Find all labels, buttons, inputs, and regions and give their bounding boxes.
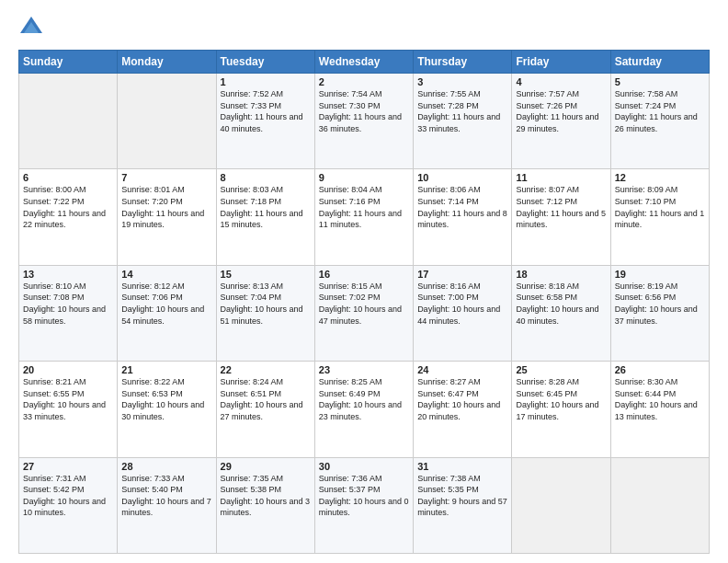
calendar-cell: 2Sunrise: 7:54 AMSunset: 7:30 PMDaylight… — [314, 74, 413, 169]
day-number: 7 — [121, 172, 211, 183]
day-number: 4 — [516, 76, 606, 87]
day-number: 15 — [221, 269, 311, 280]
day-info: Sunrise: 8:09 AMSunset: 7:10 PMDaylight:… — [615, 184, 705, 230]
day-number: 29 — [221, 461, 311, 472]
day-number: 26 — [615, 364, 705, 375]
calendar-cell: 5Sunrise: 7:58 AMSunset: 7:24 PMDaylight… — [610, 74, 709, 169]
day-info: Sunrise: 8:30 AMSunset: 6:44 PMDaylight:… — [615, 376, 705, 422]
day-number: 3 — [417, 76, 507, 87]
calendar-cell: 3Sunrise: 7:55 AMSunset: 7:28 PMDaylight… — [414, 74, 512, 169]
day-number: 14 — [121, 269, 211, 280]
calendar-cell: 23Sunrise: 8:25 AMSunset: 6:49 PMDayligh… — [314, 362, 413, 457]
calendar-cell: 6Sunrise: 8:00 AMSunset: 7:22 PMDaylight… — [19, 169, 118, 265]
calendar-cell: 22Sunrise: 8:24 AMSunset: 6:51 PMDayligh… — [216, 362, 314, 457]
calendar-cell: 21Sunrise: 8:22 AMSunset: 6:53 PMDayligh… — [118, 362, 216, 457]
day-number: 9 — [319, 172, 409, 183]
calendar-cell — [118, 74, 216, 169]
calendar-cell: 20Sunrise: 8:21 AMSunset: 6:55 PMDayligh… — [19, 362, 118, 457]
day-number: 18 — [516, 269, 606, 280]
day-number: 20 — [23, 364, 113, 375]
day-info: Sunrise: 7:36 AMSunset: 5:37 PMDaylight:… — [319, 473, 409, 519]
calendar-cell: 17Sunrise: 8:16 AMSunset: 7:00 PMDayligh… — [414, 265, 512, 361]
day-info: Sunrise: 8:01 AMSunset: 7:20 PMDaylight:… — [121, 184, 211, 230]
day-info: Sunrise: 7:57 AMSunset: 7:26 PMDaylight:… — [516, 88, 606, 134]
calendar-cell: 26Sunrise: 8:30 AMSunset: 6:44 PMDayligh… — [610, 362, 709, 457]
calendar-cell: 13Sunrise: 8:10 AMSunset: 7:08 PMDayligh… — [19, 265, 118, 361]
day-info: Sunrise: 8:07 AMSunset: 7:12 PMDaylight:… — [516, 184, 606, 230]
day-number: 13 — [23, 269, 113, 280]
weekday-header-thursday: Thursday — [414, 51, 512, 74]
calendar-cell — [512, 457, 610, 553]
calendar-cell: 12Sunrise: 8:09 AMSunset: 7:10 PMDayligh… — [610, 169, 709, 265]
day-number: 19 — [615, 269, 705, 280]
day-info: Sunrise: 8:00 AMSunset: 7:22 PMDaylight:… — [23, 184, 113, 230]
day-number: 11 — [516, 172, 606, 183]
weekday-header-sunday: Sunday — [19, 51, 118, 74]
calendar-week-3: 13Sunrise: 8:10 AMSunset: 7:08 PMDayligh… — [19, 265, 710, 361]
calendar-cell: 10Sunrise: 8:06 AMSunset: 7:14 PMDayligh… — [414, 169, 512, 265]
calendar-cell: 18Sunrise: 8:18 AMSunset: 6:58 PMDayligh… — [512, 265, 610, 361]
weekday-header-row: SundayMondayTuesdayWednesdayThursdayFrid… — [19, 51, 710, 74]
day-number: 31 — [417, 461, 507, 472]
calendar-cell: 15Sunrise: 8:13 AMSunset: 7:04 PMDayligh… — [216, 265, 314, 361]
calendar-cell: 9Sunrise: 8:04 AMSunset: 7:16 PMDaylight… — [314, 169, 413, 265]
day-info: Sunrise: 7:58 AMSunset: 7:24 PMDaylight:… — [615, 88, 705, 134]
day-info: Sunrise: 8:19 AMSunset: 6:56 PMDaylight:… — [615, 281, 705, 327]
page: SundayMondayTuesdayWednesdayThursdayFrid… — [0, 0, 728, 563]
calendar-cell: 7Sunrise: 8:01 AMSunset: 7:20 PMDaylight… — [118, 169, 216, 265]
calendar-week-1: 1Sunrise: 7:52 AMSunset: 7:33 PMDaylight… — [19, 74, 710, 169]
calendar-cell: 11Sunrise: 8:07 AMSunset: 7:12 PMDayligh… — [512, 169, 610, 265]
weekday-header-friday: Friday — [512, 51, 610, 74]
day-info: Sunrise: 8:06 AMSunset: 7:14 PMDaylight:… — [417, 184, 507, 230]
day-number: 27 — [23, 461, 113, 472]
day-number: 28 — [121, 461, 211, 472]
day-info: Sunrise: 7:38 AMSunset: 5:35 PMDaylight:… — [417, 473, 507, 519]
calendar-cell — [19, 74, 118, 169]
day-number: 2 — [319, 76, 409, 87]
day-info: Sunrise: 7:54 AMSunset: 7:30 PMDaylight:… — [319, 88, 409, 134]
calendar-cell: 14Sunrise: 8:12 AMSunset: 7:06 PMDayligh… — [118, 265, 216, 361]
calendar-cell: 8Sunrise: 8:03 AMSunset: 7:18 PMDaylight… — [216, 169, 314, 265]
calendar-cell: 28Sunrise: 7:33 AMSunset: 5:40 PMDayligh… — [118, 457, 216, 553]
day-info: Sunrise: 8:22 AMSunset: 6:53 PMDaylight:… — [121, 376, 211, 422]
day-info: Sunrise: 8:27 AMSunset: 6:47 PMDaylight:… — [417, 376, 507, 422]
day-number: 24 — [417, 364, 507, 375]
calendar-week-5: 27Sunrise: 7:31 AMSunset: 5:42 PMDayligh… — [19, 457, 710, 553]
calendar-cell: 1Sunrise: 7:52 AMSunset: 7:33 PMDaylight… — [216, 74, 314, 169]
day-number: 21 — [121, 364, 211, 375]
day-number: 23 — [319, 364, 409, 375]
day-number: 12 — [615, 172, 705, 183]
weekday-header-saturday: Saturday — [610, 51, 709, 74]
day-number: 22 — [221, 364, 311, 375]
day-info: Sunrise: 8:21 AMSunset: 6:55 PMDaylight:… — [23, 376, 113, 422]
day-info: Sunrise: 8:04 AMSunset: 7:16 PMDaylight:… — [319, 184, 409, 230]
day-number: 10 — [417, 172, 507, 183]
day-info: Sunrise: 7:31 AMSunset: 5:42 PMDaylight:… — [23, 473, 113, 519]
calendar-cell: 30Sunrise: 7:36 AMSunset: 5:37 PMDayligh… — [314, 457, 413, 553]
day-number: 6 — [23, 172, 113, 183]
logo-icon — [18, 15, 44, 40]
calendar-cell: 4Sunrise: 7:57 AMSunset: 7:26 PMDaylight… — [512, 74, 610, 169]
calendar-cell: 25Sunrise: 8:28 AMSunset: 6:45 PMDayligh… — [512, 362, 610, 457]
weekday-header-tuesday: Tuesday — [216, 51, 314, 74]
weekday-header-monday: Monday — [118, 51, 216, 74]
calendar-table: SundayMondayTuesdayWednesdayThursdayFrid… — [18, 50, 710, 554]
day-info: Sunrise: 8:15 AMSunset: 7:02 PMDaylight:… — [319, 281, 409, 327]
day-info: Sunrise: 8:10 AMSunset: 7:08 PMDaylight:… — [23, 281, 113, 327]
calendar-cell: 24Sunrise: 8:27 AMSunset: 6:47 PMDayligh… — [414, 362, 512, 457]
calendar-week-2: 6Sunrise: 8:00 AMSunset: 7:22 PMDaylight… — [19, 169, 710, 265]
day-number: 25 — [516, 364, 606, 375]
day-info: Sunrise: 8:16 AMSunset: 7:00 PMDaylight:… — [417, 281, 507, 327]
calendar-cell — [610, 457, 709, 553]
day-info: Sunrise: 7:55 AMSunset: 7:28 PMDaylight:… — [417, 88, 507, 134]
logo — [18, 15, 48, 40]
day-number: 1 — [221, 76, 311, 87]
day-info: Sunrise: 7:33 AMSunset: 5:40 PMDaylight:… — [121, 473, 211, 519]
day-info: Sunrise: 8:18 AMSunset: 6:58 PMDaylight:… — [516, 281, 606, 327]
calendar-cell: 16Sunrise: 8:15 AMSunset: 7:02 PMDayligh… — [314, 265, 413, 361]
weekday-header-wednesday: Wednesday — [314, 51, 413, 74]
day-info: Sunrise: 8:13 AMSunset: 7:04 PMDaylight:… — [221, 281, 311, 327]
calendar-cell: 27Sunrise: 7:31 AMSunset: 5:42 PMDayligh… — [19, 457, 118, 553]
day-number: 17 — [417, 269, 507, 280]
calendar-cell: 19Sunrise: 8:19 AMSunset: 6:56 PMDayligh… — [610, 265, 709, 361]
